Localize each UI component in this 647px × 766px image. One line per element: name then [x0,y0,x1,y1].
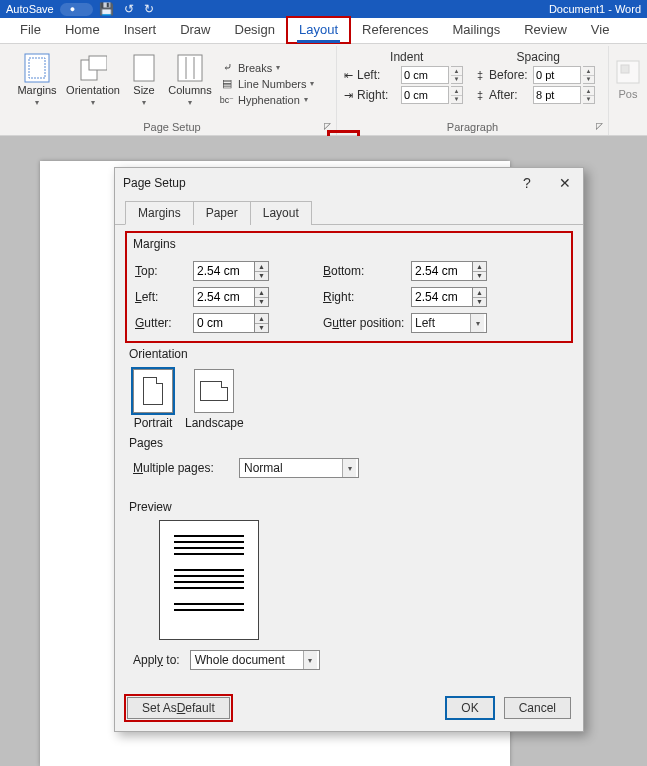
tab-file[interactable]: File [8,17,53,43]
orientation-icon [79,54,107,82]
chevron-down-icon: ▾ [142,98,146,107]
spacing-after-input[interactable] [533,86,581,104]
indent-right-spinner[interactable]: ▲▼ [451,86,463,104]
breaks-button[interactable]: ⤶ Breaks ▾ [220,61,314,75]
input-left[interactable] [193,287,255,307]
dialog-close-button[interactable]: ✕ [555,175,575,191]
svg-rect-5 [178,55,202,81]
spacing-after-spinner[interactable]: ▲▼ [583,86,595,104]
size-icon [130,54,158,82]
spinner-gutter[interactable]: ▲▼ [255,313,269,333]
spinner-bottom[interactable]: ▲▼ [473,261,487,281]
tab-insert[interactable]: Insert [112,17,169,43]
hyphenation-button[interactable]: bc⁻ Hyphenation ▾ [220,93,314,107]
select-multiple-pages[interactable]: Normal ▾ [239,458,359,478]
indent-left-input[interactable] [401,66,449,84]
spacing-before-icon: ‡ [473,68,487,82]
input-top[interactable] [193,261,255,281]
page-setup-small: ⤶ Breaks ▾ ▤ Line Numbers ▾ bc⁻ Hyphenat… [216,48,318,119]
chevron-down-icon: ▾ [276,63,280,72]
indent-right-icon: ⇥ [341,88,355,102]
spacing-before-spinner[interactable]: ▲▼ [583,66,595,84]
save-icon[interactable]: 💾 [99,2,114,16]
chevron-down-icon: ▾ [304,95,308,104]
margins-label: Margins [17,84,56,96]
cancel-button[interactable]: Cancel [504,697,571,719]
indent-right-input[interactable] [401,86,449,104]
input-gutter[interactable] [193,313,255,333]
tab-view[interactable]: Vie [579,17,622,43]
orientation-section-label: Orientation [129,347,569,361]
label-gutter-position: Gutter position: [323,316,411,330]
page-setup-dialog-launcher[interactable]: ◸ [320,119,334,133]
margins-icon [23,54,51,82]
input-bottom[interactable] [411,261,473,281]
svg-rect-9 [621,65,629,73]
orientation-portrait[interactable]: Portrait [133,369,173,430]
chevron-down-icon: ▾ [310,79,314,88]
chevron-down-icon: ▾ [303,651,317,669]
indent-left-icon: ⇤ [341,68,355,82]
orientation-landscape[interactable]: Landscape [185,369,244,430]
dialog-title: Page Setup [123,176,186,190]
select-gutter-position[interactable]: Left ▾ [411,313,487,333]
title-bar: AutoSave ● 💾 ↺ ↻ Document1 - Word [0,0,647,18]
label-multiple-pages: Multiple pages: [133,461,229,475]
tab-draw[interactable]: Draw [168,17,222,43]
pages-section-label: Pages [129,436,569,450]
columns-button[interactable]: Columns ▾ [164,48,216,119]
ok-button[interactable]: OK [446,697,493,719]
spinner-left[interactable]: ▲▼ [255,287,269,307]
tab-home[interactable]: Home [53,17,112,43]
chevron-down-icon: ▾ [342,459,356,477]
size-button[interactable]: Size ▾ [124,48,164,119]
hyphenation-icon: bc⁻ [220,93,234,107]
size-label: Size [133,84,154,96]
spacing-before-input[interactable] [533,66,581,84]
dialog-help-button[interactable]: ? [517,175,537,191]
chevron-down-icon: ▾ [188,98,192,107]
dialog-tab-margins[interactable]: Margins [125,201,194,225]
line-numbers-button[interactable]: ▤ Line Numbers ▾ [220,77,314,91]
indent-left-spinner[interactable]: ▲▼ [451,66,463,84]
document-title: Document1 - Word [549,3,641,15]
paragraph-dialog-launcher[interactable]: ◸ [592,119,606,133]
columns-label: Columns [168,84,211,96]
svg-rect-3 [89,56,107,70]
set-as-default-button[interactable]: Set As Default [127,697,230,719]
input-right[interactable] [411,287,473,307]
dialog-tabs: Margins Paper Layout [115,200,583,225]
dialog-tab-layout[interactable]: Layout [250,201,312,225]
margins-button[interactable]: Margins ▾ [12,48,62,119]
position-button[interactable]: Pos [613,48,643,100]
select-apply-to[interactable]: Whole document ▾ [190,650,320,670]
tab-layout[interactable]: Layout [287,17,350,43]
spinner-top[interactable]: ▲▼ [255,261,269,281]
spacing-header: Spacing [473,50,605,66]
dialog-launcher-icon: ◸ [596,121,603,131]
chevron-down-icon: ▾ [35,98,39,107]
tab-mailings[interactable]: Mailings [441,17,513,43]
line-numbers-icon: ▤ [220,77,234,91]
spinner-right[interactable]: ▲▼ [473,287,487,307]
undo-icon[interactable]: ↺ [124,2,134,16]
tab-design[interactable]: Design [223,17,287,43]
orientation-button[interactable]: Orientation ▾ [62,48,124,119]
redo-icon[interactable]: ↻ [144,2,154,16]
preview-section-label: Preview [129,500,569,514]
chevron-down-icon: ▾ [91,98,95,107]
label-gutter: Gutter: [135,316,193,330]
label-apply-to: Apply to: [133,653,180,667]
label-top: Top: [135,264,193,278]
tab-references[interactable]: References [350,17,440,43]
dialog-launcher-icon: ◸ [324,121,331,131]
label-bottom: Bottom: [323,264,411,278]
indent-header: Indent [341,50,473,66]
columns-icon [176,54,204,82]
tab-review[interactable]: Review [512,17,579,43]
svg-rect-4 [134,55,154,81]
autosave-toggle[interactable]: ● [60,3,93,16]
dialog-tab-paper[interactable]: Paper [193,201,251,225]
spacing-after-icon: ‡ [473,88,487,102]
group-label-paragraph: Paragraph [447,121,498,133]
